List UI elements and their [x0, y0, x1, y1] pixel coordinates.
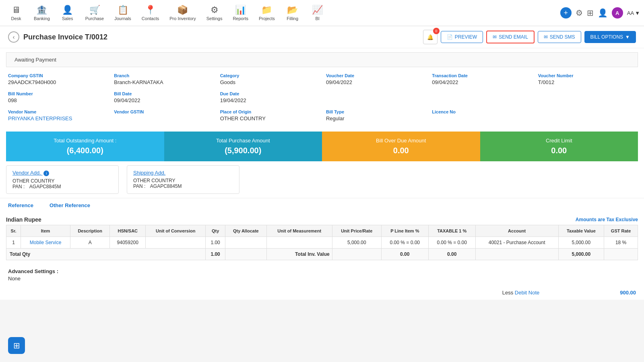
nav-item-purchase[interactable]: 🛒 Purchase	[80, 3, 109, 23]
add-button[interactable]: +	[560, 7, 572, 19]
nav-item-reports[interactable]: 📊 Reports	[228, 3, 253, 23]
total-taxable1: 0.00	[428, 248, 475, 260]
reports-icon: 📊	[235, 5, 246, 15]
col-account: Account	[475, 225, 558, 237]
bill-type-group: Bill Type Regular	[326, 109, 424, 121]
total-qty-allocate	[225, 248, 266, 260]
company-gstin-label: Company GSTIN	[8, 73, 106, 78]
total-account	[475, 248, 558, 260]
settings-icon: ⚙	[211, 5, 219, 15]
cell-sr: 1	[6, 237, 21, 248]
col-sr: Sr.	[6, 225, 21, 237]
col-gst-rate: GST Rate	[604, 225, 638, 237]
pro-inventory-icon: 📦	[177, 5, 188, 15]
bill-options-button[interactable]: BILL OPTIONS ▼	[584, 31, 636, 43]
shipping-country: OTHER COUNTRY	[133, 178, 233, 183]
sms-icon: ✉	[544, 34, 548, 40]
aa-button[interactable]: AA ▼	[627, 10, 640, 16]
nav-item-banking[interactable]: 🏦 Banking	[29, 3, 55, 23]
bill-overdue-card: Bill Over Due Amount 0.00	[322, 132, 480, 161]
voucher-number-value: T/0012	[538, 79, 636, 85]
summary-row: Less Debit Note 900.00	[502, 290, 636, 296]
nav-item-sales[interactable]: 👤 Sales	[56, 3, 80, 23]
preview-button[interactable]: 📄 PREVIEW	[441, 31, 483, 43]
due-date-group: Due Date 19/04/2022	[220, 91, 318, 103]
voucher-date-value: 09/04/2022	[326, 79, 424, 85]
vendor-gstin-label: Vendor GSTIN	[114, 109, 212, 114]
branch-group: Branch Branch-KARNATAKA	[114, 73, 212, 85]
company-gstin-value: 29AADCK7940H000	[8, 79, 106, 85]
nav-item-pro-inventory[interactable]: 📦 Pro Inventory	[165, 3, 200, 23]
sales-icon: 👤	[62, 5, 73, 15]
back-button[interactable]: ‹	[8, 31, 19, 43]
due-date-label: Due Date	[220, 91, 318, 96]
status-banner: Awaiting Payment	[6, 52, 638, 67]
bill-overdue-value: 0.00	[393, 146, 409, 155]
bi-icon: 📈	[312, 5, 323, 15]
total-purchase-value: (5,900.00)	[225, 146, 261, 155]
total-purchase-card: Total Purchase Amount (5,900.00)	[164, 132, 322, 161]
nav-item-bi[interactable]: 📈 BI	[305, 3, 330, 23]
bill-date-label: Bill Date	[114, 91, 212, 96]
banking-icon: 🏦	[36, 5, 47, 15]
bottom-summary: Less Debit Note 900.00	[0, 286, 644, 300]
nav-label-banking: Banking	[34, 16, 50, 21]
total-row: Total Qty 1.00 Total Inv. Value 0.00 0.0…	[6, 248, 638, 260]
credit-limit-title: Credit Limit	[546, 138, 572, 144]
page-content: ‹ Purchase Invoice T/0012 🔔 0 📄 PREVIEW …	[0, 26, 644, 300]
total-taxable-value: 5,000.00	[558, 248, 604, 260]
page-header-left: ‹ Purchase Invoice T/0012	[8, 31, 107, 43]
bill-number-value: 098	[8, 97, 106, 103]
reference-row: Reference Other Reference	[0, 198, 644, 212]
nav-label-bi: BI	[316, 16, 320, 21]
nav-item-contacts[interactable]: 📍 Contacts	[137, 3, 164, 23]
page-header-right: 🔔 0 📄 PREVIEW ✉ SEND EMAIL ✉ SEND SMS BI…	[423, 30, 636, 44]
branch-value: Branch-KARNATAKA	[114, 79, 212, 85]
vendor-pan: PAN : AGAPC8845M	[12, 184, 112, 189]
cell-item[interactable]: Mobile Service	[21, 237, 70, 248]
filling-icon: 📂	[287, 5, 298, 15]
send-sms-button[interactable]: ✉ SEND SMS	[538, 31, 581, 43]
branch-label: Branch	[114, 73, 212, 78]
due-date-value: 19/04/2022	[220, 97, 318, 103]
vendor-name-group: Vendor Name PRIYANKA ENTERPRISES	[8, 109, 106, 121]
cell-qty: 1.00	[206, 237, 225, 248]
nav-item-settings[interactable]: ⚙ Settings	[202, 3, 227, 23]
gear-icon[interactable]: ⚙	[576, 8, 583, 18]
grid-icon[interactable]: ⊞	[587, 8, 594, 18]
category-value: Goods	[220, 79, 318, 85]
nav-label-desk: Desk	[11, 16, 21, 21]
shipping-add-title[interactable]: Shipping Add.	[133, 170, 233, 176]
vendor-add-title[interactable]: Vendor Add. i	[12, 170, 112, 176]
nav-label-purchase: Purchase	[85, 16, 104, 21]
vendor-name-value[interactable]: PRIYANKA ENTERPRISES	[8, 115, 106, 121]
cell-p-line: 0.00 % = 0.00	[381, 237, 428, 248]
filler4	[538, 109, 636, 121]
cell-taxable1: 0.00 % = 0.00	[428, 237, 475, 248]
cell-uom	[266, 237, 332, 248]
filler3	[538, 91, 636, 103]
user-icon[interactable]: 👤	[598, 8, 608, 18]
col-qty-allocate: Qty Allocate	[225, 225, 266, 237]
table-header-row: Indian Rupee Amounts are Tax Exclusive	[6, 216, 638, 223]
nav-item-journals[interactable]: 📋 Journals	[109, 3, 136, 23]
col-taxable1: TAXABLE 1 %	[428, 225, 475, 237]
vendor-name-label: Vendor Name	[8, 109, 106, 114]
send-email-button[interactable]: ✉ SEND EMAIL	[486, 31, 535, 43]
category-group: Category Goods	[220, 73, 318, 85]
nav-item-desk[interactable]: 🖥 Desk	[4, 3, 28, 23]
form-section-row3: Vendor Name PRIYANKA ENTERPRISES Vendor …	[0, 109, 644, 128]
total-p-line: 0.00	[381, 248, 428, 260]
avatar[interactable]: A	[612, 7, 623, 19]
total-outstanding-value: (6,400.00)	[67, 146, 103, 155]
credit-limit-value: 0.00	[551, 146, 567, 155]
cell-account: 40021 - Purchase Account	[475, 237, 558, 248]
voucher-date-label: Voucher Date	[326, 73, 424, 78]
nav-item-filling[interactable]: 📂 Filling	[281, 3, 305, 23]
data-table: Sr. Item Description HSN/SAC Unit of Con…	[6, 225, 638, 260]
notification-button[interactable]: 🔔 0	[423, 30, 438, 44]
col-unit-price: Unit Price/Rate	[332, 225, 381, 237]
form-section-row1: Company GSTIN 29AADCK7940H000 Branch Bra…	[0, 67, 644, 91]
company-gstin-group: Company GSTIN 29AADCK7940H000	[8, 73, 106, 85]
nav-item-projects[interactable]: 📁 Projects	[254, 3, 280, 23]
